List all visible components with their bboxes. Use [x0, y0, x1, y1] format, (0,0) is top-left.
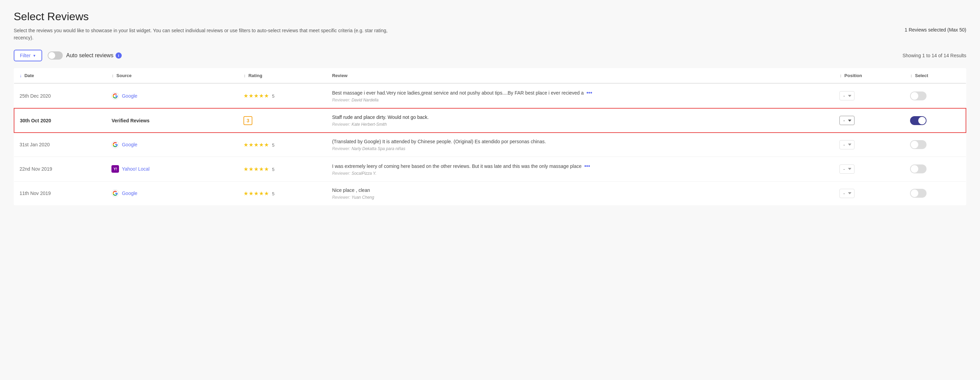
col-header-date[interactable]: ↓ Date [14, 68, 106, 83]
source-name: Google [122, 93, 137, 99]
review-content: Best massage i ever had.Very nice ladies… [332, 89, 829, 97]
chevron-down-icon: ▼ [33, 54, 36, 57]
row-rating: ★★★★★ 5 [238, 133, 326, 157]
rating-number: 5 [272, 167, 274, 172]
table-row: 25th Dec 2020 Google [14, 83, 966, 108]
subtitle-row: Select the reviews you would like to sho… [14, 27, 966, 41]
row-date: 30th Oct 2020 [14, 108, 106, 133]
select-toggle-off[interactable] [910, 165, 926, 173]
row-rating: 3 [238, 108, 326, 133]
row-source: Y! Yahoo! Local [106, 157, 238, 181]
google-icon [111, 92, 119, 100]
row-review: Best massage i ever had.Very nice ladies… [326, 83, 834, 108]
auto-select-label: Auto select reviews i [66, 52, 122, 59]
filter-label: Filter [20, 53, 30, 58]
row-review: I was extremely leery of coming here bas… [326, 157, 834, 181]
position-select[interactable]: - 123 [839, 116, 854, 125]
reviewer-name: Reviewer: SocalPizza Y. [332, 171, 829, 176]
review-content: Nice place , clean [332, 187, 829, 194]
toolbar-left: Filter ▼ Auto select reviews i [14, 50, 122, 61]
select-toggle-off[interactable] [910, 189, 926, 198]
table-row: 31st Jan 2020 Google [14, 133, 966, 157]
stars: ★★★★★ [243, 190, 269, 196]
col-header-position[interactable]: ↕ Position [834, 68, 905, 83]
showing-text: Showing 1 to 14 of 14 Results [902, 53, 966, 58]
reviews-table: ↓ Date ↕ Source ↕ Rating Review ↕ Positi… [14, 68, 966, 205]
col-header-select[interactable]: ↕ Select [905, 68, 966, 83]
row-select [905, 83, 966, 108]
select-toggle-off[interactable] [910, 92, 926, 100]
row-position: - 123 [834, 83, 905, 108]
reviewer-name: Reviewer: David Nardella [332, 98, 829, 103]
stars: ★★★★★ [243, 166, 269, 172]
row-source: Google [106, 83, 238, 108]
select-toggle-on[interactable] [910, 116, 926, 125]
col-header-review: Review [326, 68, 834, 83]
source-name: Google [122, 190, 137, 196]
sort-arrow-source: ↕ [111, 73, 114, 78]
rating-number: 5 [272, 191, 274, 196]
position-select[interactable]: - 123 [839, 140, 854, 149]
reviewer-name: Reviewer: Narly Dekatta Spa para niñas [332, 146, 829, 151]
table-header-row: ↓ Date ↕ Source ↕ Rating Review ↕ Positi… [14, 68, 966, 83]
row-date: 11th Nov 2019 [14, 181, 106, 205]
source-name: Google [122, 142, 137, 147]
select-toggle-off[interactable] [910, 140, 926, 149]
row-review: (Translated by Google) It is attended by… [326, 133, 834, 157]
rating-number: 5 [272, 93, 274, 99]
row-date: 25th Dec 2020 [14, 83, 106, 108]
more-dots[interactable]: ••• [586, 90, 592, 96]
row-select [905, 133, 966, 157]
subtitle-text: Select the reviews you would like to sho… [14, 27, 391, 41]
table-row: 11th Nov 2019 Google [14, 181, 966, 205]
row-position: - 123 [834, 157, 905, 181]
review-content: Staff rude and place dirty. Would not go… [332, 114, 829, 121]
more-dots[interactable]: ••• [584, 163, 590, 169]
yahoo-icon: Y! [111, 165, 119, 173]
row-position: - 123 [834, 181, 905, 205]
auto-select-toggle-container: Auto select reviews i [48, 51, 122, 60]
row-select [905, 181, 966, 205]
position-select[interactable]: - 123 [839, 165, 854, 174]
row-date: 22nd Nov 2019 [14, 157, 106, 181]
table-body: 25th Dec 2020 Google [14, 83, 966, 205]
google-icon [111, 190, 119, 197]
toolbar: Filter ▼ Auto select reviews i Showing 1… [14, 50, 966, 61]
review-content: I was extremely leery of coming here bas… [332, 162, 829, 170]
rating-number: 5 [272, 142, 274, 148]
stars: ★★★★★ [243, 93, 269, 99]
position-select[interactable]: - 123 [839, 189, 854, 198]
col-header-rating[interactable]: ↕ Rating [238, 68, 326, 83]
page-title: Select Reviews [14, 10, 966, 23]
position-select[interactable]: - 123 [839, 91, 854, 100]
row-date: 31st Jan 2020 [14, 133, 106, 157]
row-rating: ★★★★★ 5 [238, 157, 326, 181]
table-row: 30th Oct 2020 Verified Reviews 3 Staff r… [14, 108, 966, 133]
sort-arrow-position: ↕ [839, 73, 842, 78]
row-rating: ★★★★★ 5 [238, 83, 326, 108]
reviewer-name: Reviewer: Kate Herbert-Smith [332, 122, 829, 127]
rating-badge: 3 [243, 116, 252, 125]
sort-arrow-select: ↕ [910, 73, 912, 78]
table-row: 22nd Nov 2019 Y! Yahoo! Local ★★★★★ 5 I … [14, 157, 966, 181]
source-name: Verified Reviews [111, 118, 150, 124]
selected-count: 1 Reviews selected (Max 50) [905, 27, 966, 33]
info-icon[interactable]: i [116, 52, 122, 59]
sort-arrow-date: ↓ [19, 73, 22, 78]
google-icon [111, 141, 119, 148]
row-select [905, 157, 966, 181]
source-name: Yahoo! Local [122, 166, 150, 172]
row-source: Google [106, 133, 238, 157]
filter-button[interactable]: Filter ▼ [14, 50, 42, 61]
reviewer-name: Reviewer: Yuan Cheng [332, 195, 829, 200]
row-position: - 123 [834, 108, 905, 133]
reviews-table-container: ↓ Date ↕ Source ↕ Rating Review ↕ Positi… [14, 68, 966, 205]
row-position: - 123 [834, 133, 905, 157]
row-source: Verified Reviews [106, 108, 238, 133]
sort-arrow-rating: ↕ [243, 73, 246, 78]
row-source: Google [106, 181, 238, 205]
row-select [905, 108, 966, 133]
stars: ★★★★★ [243, 142, 269, 148]
auto-select-toggle[interactable] [48, 51, 63, 60]
col-header-source[interactable]: ↕ Source [106, 68, 238, 83]
